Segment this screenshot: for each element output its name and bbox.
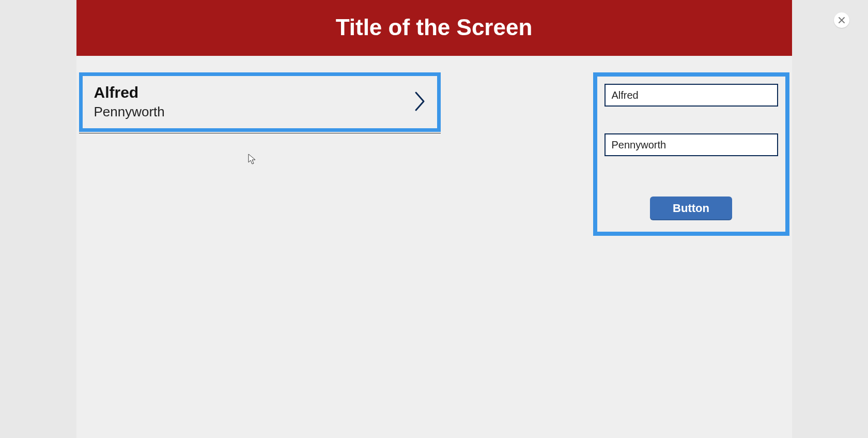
submit-button[interactable]: Button — [650, 197, 732, 220]
person-list-item[interactable]: Alfred Pennyworth — [79, 72, 441, 132]
form-button-row: Button — [605, 197, 778, 220]
screen-container: Title of the Screen Alfred Pennyworth Bu… — [76, 0, 792, 438]
last-name-input[interactable] — [605, 133, 778, 156]
content-area: Alfred Pennyworth Button — [76, 56, 792, 133]
close-button[interactable] — [834, 12, 849, 28]
screen-title-bar: Title of the Screen — [76, 0, 792, 56]
first-name-input[interactable] — [605, 84, 778, 107]
screen-title: Title of the Screen — [336, 14, 533, 40]
edit-form-panel: Button — [593, 72, 789, 236]
person-first-name: Alfred — [94, 83, 426, 102]
list-item-divider — [79, 133, 441, 133]
person-last-name: Pennyworth — [94, 103, 426, 121]
close-icon — [838, 17, 845, 24]
chevron-right-icon — [414, 91, 426, 114]
